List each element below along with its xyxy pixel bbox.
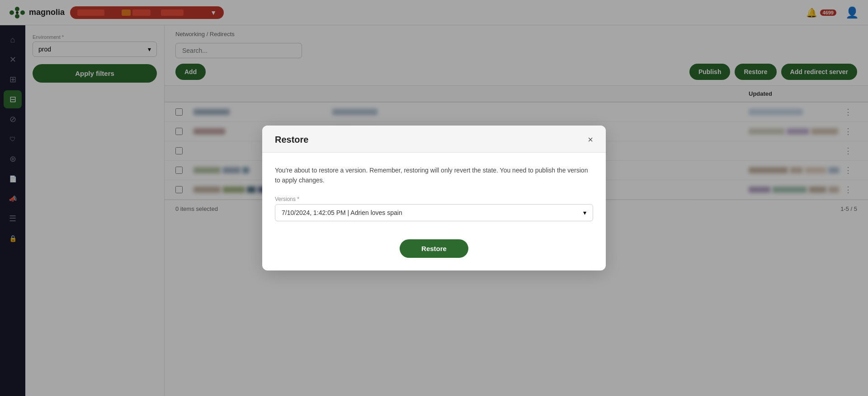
modal-header: Restore × xyxy=(262,126,606,153)
versions-form-group: Versions * 7/10/2024, 1:42:05 PM | Adrie… xyxy=(275,196,593,221)
modal-body: You're about to restore a version. Remem… xyxy=(262,153,606,240)
modal-close-button[interactable]: × xyxy=(588,135,593,144)
versions-select[interactable]: 7/10/2024, 1:42:05 PM | Adrien loves spa… xyxy=(275,204,593,221)
restore-modal: Restore × You're about to restore a vers… xyxy=(262,126,606,271)
versions-label: Versions * xyxy=(275,196,593,202)
modal-overlay[interactable]: Restore × You're about to restore a vers… xyxy=(0,0,868,396)
modal-title: Restore xyxy=(275,135,308,145)
modal-restore-button[interactable]: Restore xyxy=(400,239,468,258)
modal-footer: Restore xyxy=(262,239,606,270)
versions-select-value: 7/10/2024, 1:42:05 PM | Adrien loves spa… xyxy=(282,209,402,216)
modal-description: You're about to restore a version. Remem… xyxy=(275,165,593,186)
versions-chevron-icon: ▾ xyxy=(583,209,586,216)
